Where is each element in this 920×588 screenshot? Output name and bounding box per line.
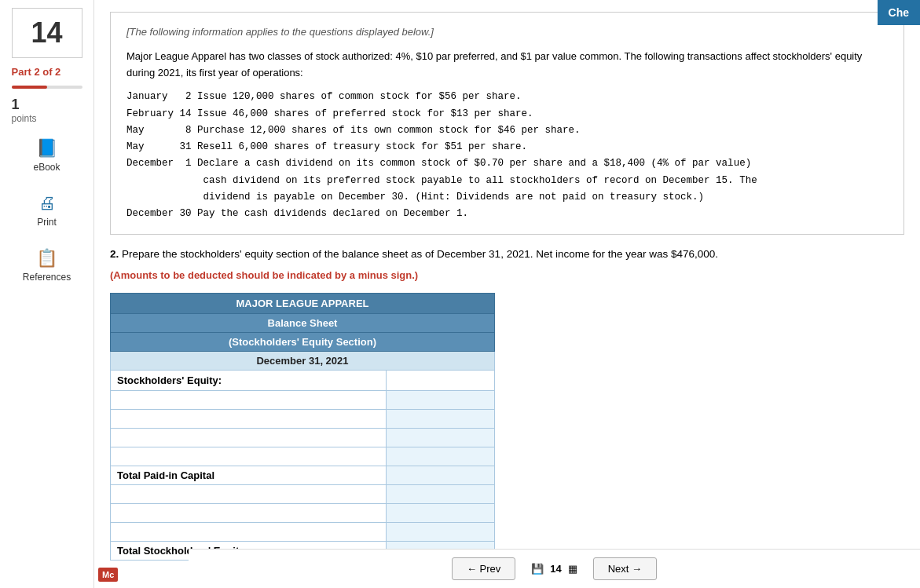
bottom-navigation-bar: ← Prev 💾 14 ▦ Next → xyxy=(189,549,920,588)
ebook-button[interactable]: 📘 eBook xyxy=(12,132,82,179)
ebook-label: eBook xyxy=(33,162,60,173)
row-label-input-4[interactable] xyxy=(117,451,379,462)
row-value-input-5[interactable] xyxy=(393,488,488,500)
stockholders-equity-value[interactable] xyxy=(387,370,495,390)
part-progress-bar-container xyxy=(12,86,82,89)
row-value-3[interactable] xyxy=(387,428,495,447)
row-label-1[interactable] xyxy=(111,390,387,409)
row-label-input-1[interactable] xyxy=(117,394,379,406)
stockholders-equity-input[interactable] xyxy=(393,374,488,386)
print-button[interactable]: 🖨 Print xyxy=(12,187,82,234)
print-label: Print xyxy=(37,217,57,228)
save-icon: 💾 xyxy=(531,563,544,575)
bs-section: (Stockholders' Equity Section) xyxy=(111,332,495,351)
info-body: Major League Apparel has two classes of … xyxy=(126,49,888,82)
check-button[interactable]: Che xyxy=(878,0,920,25)
sidebar: 14 Part 2 of 2 1 points 📘 eBook 🖨 Print … xyxy=(0,0,94,588)
row-label-input-3[interactable] xyxy=(117,432,379,444)
row-value-input-6[interactable] xyxy=(393,507,488,519)
next-button[interactable]: Next → xyxy=(593,557,657,580)
stockholders-equity-label-row: Stockholders' Equity: xyxy=(111,370,495,390)
references-label: References xyxy=(23,272,71,283)
page-number: 14 xyxy=(550,563,561,575)
main-content: [The following information applies to th… xyxy=(94,0,920,588)
bs-date: December 31, 2021 xyxy=(111,351,495,370)
row-label-5[interactable] xyxy=(111,484,387,503)
grid-icon: ▦ xyxy=(568,563,577,575)
mc-logo: Mc xyxy=(98,568,118,582)
row-value-input-3[interactable] xyxy=(393,432,488,444)
table-row xyxy=(111,503,495,522)
part-progress-fill xyxy=(12,86,47,89)
row-value-input-7[interactable] xyxy=(393,526,488,538)
bs-date-row: December 31, 2021 xyxy=(111,351,495,370)
info-box: [The following information applies to th… xyxy=(110,12,904,235)
intro-text: [The following information applies to th… xyxy=(126,24,888,41)
references-button[interactable]: 📋 References xyxy=(12,242,82,289)
row-value-6[interactable] xyxy=(387,503,495,522)
stockholders-equity-label: Stockholders' Equity: xyxy=(111,370,387,390)
row-label-input-2[interactable] xyxy=(117,413,379,425)
page-indicator-group: 💾 14 ▦ xyxy=(531,563,577,575)
part-label: Part 2 of 2 xyxy=(12,66,82,78)
bs-company-name-row: MAJOR LEAGUE APPAREL xyxy=(111,293,495,313)
row-label-7[interactable] xyxy=(111,522,387,541)
question-number: 14 xyxy=(12,8,82,58)
row-label-6[interactable] xyxy=(111,503,387,522)
table-row xyxy=(111,390,495,409)
references-icon: 📋 xyxy=(36,248,57,268)
row-label-3[interactable] xyxy=(111,428,387,447)
bs-section-row: (Stockholders' Equity Section) xyxy=(111,332,495,351)
row-value-2[interactable] xyxy=(387,409,495,428)
bs-title-row: Balance Sheet xyxy=(111,313,495,332)
row-value-1[interactable] xyxy=(387,390,495,409)
balance-sheet-table: MAJOR LEAGUE APPAREL Balance Sheet (Stoc… xyxy=(110,293,495,561)
total-paid-in-capital-value[interactable] xyxy=(387,466,495,484)
table-row xyxy=(111,484,495,503)
row-label-2[interactable] xyxy=(111,409,387,428)
row-value-7[interactable] xyxy=(387,522,495,541)
points-section: 1 points xyxy=(12,97,82,124)
points-label: points xyxy=(12,113,82,124)
transactions-list: January 2 Issue 120,000 shares of common… xyxy=(126,89,888,222)
bs-title: Balance Sheet xyxy=(111,313,495,332)
row-value-5[interactable] xyxy=(387,484,495,503)
table-row xyxy=(111,522,495,541)
total-paid-in-capital-label: Total Paid-in Capital xyxy=(111,466,387,484)
row-value-4[interactable] xyxy=(387,447,495,466)
points-value: 1 xyxy=(12,97,82,113)
total-paid-in-capital-row: Total Paid-in Capital xyxy=(111,466,495,484)
row-label-input-7[interactable] xyxy=(117,526,379,538)
row-label-input-5[interactable] xyxy=(117,488,379,500)
balance-sheet-wrapper: MAJOR LEAGUE APPAREL Balance Sheet (Stoc… xyxy=(110,293,495,561)
table-row xyxy=(111,447,495,466)
question-text: 2. Prepare the stockholders' equity sect… xyxy=(110,247,904,262)
row-value-input-1[interactable] xyxy=(393,394,488,406)
bs-company-name: MAJOR LEAGUE APPAREL xyxy=(111,293,495,313)
row-label-input-6[interactable] xyxy=(117,507,379,519)
table-row xyxy=(111,409,495,428)
ebook-icon: 📘 xyxy=(36,138,57,159)
row-label-4[interactable] xyxy=(111,447,387,466)
prev-button[interactable]: ← Prev xyxy=(452,557,515,580)
table-row xyxy=(111,428,495,447)
print-icon: 🖨 xyxy=(38,193,56,214)
row-value-input-4[interactable] xyxy=(393,451,488,462)
row-value-input-2[interactable] xyxy=(393,413,488,425)
hint-text: (Amounts to be deducted should be indica… xyxy=(110,269,904,281)
total-paid-in-capital-input[interactable] xyxy=(393,469,488,481)
